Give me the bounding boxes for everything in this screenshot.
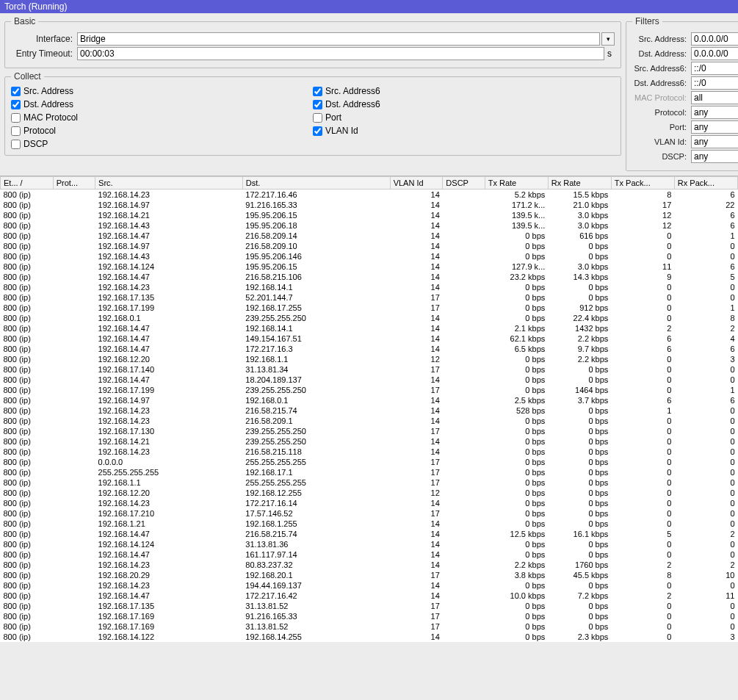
collect-checkbox[interactable] — [11, 113, 21, 123]
table-cell: 6 — [611, 333, 674, 344]
collect-option[interactable]: Src. Address6 — [313, 86, 615, 96]
filter-input[interactable] — [691, 47, 738, 60]
table-row[interactable]: 800 (ip)192.168.14.12431.13.81.36140 bps… — [1, 539, 738, 549]
table-row[interactable]: 800 (ip)192.168.14.2380.83.237.32142.2 k… — [1, 560, 738, 570]
column-header[interactable]: Prot... — [53, 177, 95, 190]
collect-checkbox[interactable] — [313, 126, 322, 136]
table-row[interactable]: 800 (ip)192.168.14.47192.168.14.1142.1 k… — [1, 323, 738, 333]
column-header[interactable]: Tx Rate — [485, 177, 548, 190]
column-header[interactable]: Rx Rate — [548, 177, 611, 190]
table-cell: 216.58.209.1 — [242, 416, 390, 426]
interface-input[interactable] — [77, 32, 600, 46]
table-row[interactable]: 800 (ip)192.168.14.23216.58.215.7414528 … — [1, 405, 738, 416]
table-row[interactable]: 800 (ip)192.168.14.47216.58.215.1061423.… — [1, 272, 738, 282]
collect-option[interactable]: Port — [313, 112, 615, 123]
collect-option[interactable]: VLAN Id — [313, 126, 615, 136]
table-row[interactable]: 800 (ip)192.168.1.21192.168.1.255140 bps… — [1, 519, 738, 529]
table-cell: 800 (ip) — [1, 570, 54, 580]
column-header[interactable]: Src. — [95, 177, 243, 190]
table-row[interactable]: 800 (ip)192.168.17.16991.216.165.33170 b… — [1, 611, 738, 621]
table-row[interactable]: 800 (ip)192.168.17.130239.255.255.250170… — [1, 426, 738, 436]
column-header[interactable]: Tx Pack... — [611, 177, 674, 190]
table-row[interactable]: 800 (ip)192.168.0.1239.255.255.250140 bp… — [1, 313, 738, 323]
table-row[interactable]: 800 (ip)192.168.14.23172.217.16.14140 bp… — [1, 498, 738, 508]
table-row[interactable]: 800 (ip)192.168.14.23194.44.169.137140 b… — [1, 580, 738, 591]
table-row[interactable]: 800 (ip)192.168.14.43195.95.206.1814139.… — [1, 220, 738, 231]
results-grid[interactable]: Et... /Prot...Src.Dst.VLAN IdDSCPTx Rate… — [0, 176, 738, 642]
table-row[interactable]: 800 (ip)192.168.14.23172.217.16.46145.2 … — [1, 190, 738, 201]
column-header[interactable]: Rx Pack... — [674, 177, 737, 190]
collect-checkbox[interactable] — [11, 126, 21, 136]
table-row[interactable]: 800 (ip)192.168.17.14031.13.81.34170 bps… — [1, 364, 738, 375]
collect-option[interactable]: Dst. Address6 — [313, 99, 615, 109]
table-row[interactable]: 800 (ip)192.168.14.47172.217.16.421410.0… — [1, 591, 738, 601]
table-row[interactable]: 800 (ip)192.168.1.1255.255.255.255170 bp… — [1, 477, 738, 488]
collect-option[interactable]: MAC Protocol — [11, 112, 313, 123]
table-row[interactable]: 800 (ip)192.168.14.21239.255.255.250140 … — [1, 436, 738, 447]
table-row[interactable]: 800 (ip)192.168.12.20192.168.1.1120 bps2… — [1, 354, 738, 364]
collect-checkbox[interactable] — [313, 87, 322, 96]
filter-input[interactable] — [691, 120, 738, 134]
table-row[interactable]: 800 (ip)192.168.14.23216.58.209.1140 bps… — [1, 416, 738, 426]
table-row[interactable]: 800 (ip)192.168.20.29192.168.20.1173.8 k… — [1, 570, 738, 580]
table-row[interactable]: 800 (ip)192.168.14.47172.217.16.3146.5 k… — [1, 344, 738, 354]
table-row[interactable]: 800 (ip)192.168.14.124195.95.206.1514127… — [1, 261, 738, 272]
table-row[interactable]: 800 (ip)192.168.14.97192.168.0.1142.5 kb… — [1, 395, 738, 405]
column-header[interactable]: Dst. — [242, 177, 390, 190]
table-row[interactable]: 800 (ip)192.168.14.47149.154.167.511462.… — [1, 333, 738, 344]
table-cell: 0 — [611, 375, 674, 385]
table-row[interactable]: 800 (ip)192.168.17.16931.13.81.52170 bps… — [1, 621, 738, 632]
collect-checkbox[interactable] — [313, 113, 322, 123]
collect-checkbox[interactable] — [313, 100, 322, 109]
table-row[interactable]: 800 (ip)192.168.14.23216.58.215.118140 b… — [1, 447, 738, 457]
table-cell: 192.168.14.23 — [95, 580, 243, 591]
table-row[interactable]: 800 (ip)192.168.14.9791.216.165.3314171.… — [1, 200, 738, 210]
filter-input[interactable] — [691, 76, 738, 90]
table-row[interactable]: 800 (ip)192.168.14.122192.168.14.255140 … — [1, 632, 738, 642]
table-row[interactable]: 800 (ip)192.168.14.97216.58.209.10140 bp… — [1, 241, 738, 251]
timeout-input[interactable] — [77, 47, 604, 60]
collect-checkbox[interactable] — [11, 87, 21, 96]
column-header[interactable]: DSCP — [443, 177, 485, 190]
filter-input[interactable] — [691, 91, 738, 104]
table-row[interactable]: 800 (ip)192.168.17.13552.201.144.7170 bp… — [1, 292, 738, 303]
table-row[interactable]: 800 (ip)192.168.12.20192.168.12.255120 b… — [1, 488, 738, 498]
filter-input[interactable] — [691, 135, 738, 148]
table-cell: 800 (ip) — [1, 364, 54, 375]
collect-checkbox[interactable] — [11, 100, 21, 109]
table-row[interactable]: 800 (ip)192.168.14.21195.95.206.1514139.… — [1, 210, 738, 220]
table-row[interactable]: 800 (ip)192.168.14.4718.204.189.137140 b… — [1, 375, 738, 385]
table-row[interactable]: 800 (ip)192.168.17.199192.168.17.255170 … — [1, 303, 738, 313]
column-header[interactable]: Et... / — [1, 177, 54, 190]
table-row[interactable]: 800 (ip)192.168.14.43195.95.206.146140 b… — [1, 251, 738, 261]
table-cell: 17 — [390, 611, 443, 621]
table-cell: 0 bps — [485, 601, 548, 611]
table-cell: 91.216.165.33 — [242, 611, 390, 621]
interface-dropdown-button[interactable]: ▾ — [601, 32, 615, 46]
table-row[interactable]: 800 (ip)192.168.14.23192.168.14.1140 bps… — [1, 282, 738, 292]
collect-checkbox[interactable] — [11, 140, 21, 149]
column-header[interactable]: VLAN Id — [390, 177, 443, 190]
table-cell: 0 — [674, 251, 737, 261]
table-row[interactable]: 800 (ip)192.168.17.21017.57.146.52170 bp… — [1, 508, 738, 519]
filter-input[interactable] — [691, 32, 738, 46]
filter-input[interactable] — [691, 106, 738, 119]
collect-option[interactable]: Src. Address — [11, 86, 313, 96]
filter-input[interactable] — [691, 150, 738, 163]
table-cell: 0 — [674, 282, 737, 292]
table-cell: 139.5 k... — [485, 210, 548, 220]
table-row[interactable]: 800 (ip)192.168.14.47216.58.209.14140 bp… — [1, 231, 738, 241]
table-row[interactable]: 800 (ip)255.255.255.255192.168.17.1170 b… — [1, 467, 738, 477]
table-row[interactable]: 800 (ip)192.168.14.47216.58.215.741412.5… — [1, 529, 738, 539]
collect-option[interactable]: Protocol — [11, 126, 313, 136]
collect-option[interactable]: Dst. Address — [11, 99, 313, 109]
table-row[interactable]: 800 (ip)192.168.14.47161.117.97.14140 bp… — [1, 549, 738, 560]
table-row[interactable]: 800 (ip)0.0.0.0255.255.255.255170 bps0 b… — [1, 457, 738, 467]
table-cell — [443, 354, 485, 364]
filter-input[interactable] — [691, 62, 738, 75]
collect-option[interactable]: DSCP — [11, 139, 313, 149]
table-row[interactable]: 800 (ip)192.168.17.199239.255.255.250170… — [1, 385, 738, 395]
table-cell — [443, 251, 485, 261]
table-row[interactable]: 800 (ip)192.168.17.13531.13.81.52170 bps… — [1, 601, 738, 611]
table-cell: 14 — [390, 519, 443, 529]
